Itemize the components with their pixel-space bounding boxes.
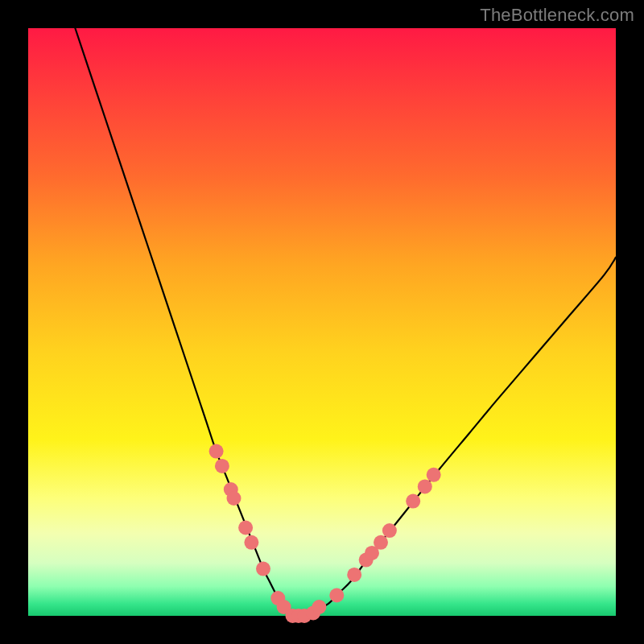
highlight-dot [256, 562, 270, 576]
highlight-dot [215, 459, 229, 473]
highlight-dot [427, 468, 441, 482]
watermark-label: TheBottleneck.com [480, 5, 634, 26]
chart-svg [28, 28, 616, 616]
chart-container: TheBottleneck.com [0, 0, 644, 644]
highlight-dot [374, 535, 388, 550]
highlight-dots-group [209, 444, 441, 623]
highlight-dot [382, 523, 397, 538]
bottleneck-curve [75, 28, 616, 617]
highlight-dot [238, 521, 253, 535]
plot-area [28, 28, 616, 616]
highlight-dot [227, 491, 242, 506]
highlight-dot [406, 494, 420, 509]
highlight-dot [347, 568, 361, 582]
highlight-dot [244, 535, 258, 550]
highlight-dot [312, 600, 326, 614]
highlight-dot [418, 479, 432, 493]
highlight-dot [209, 444, 224, 459]
highlight-dot [329, 588, 344, 603]
